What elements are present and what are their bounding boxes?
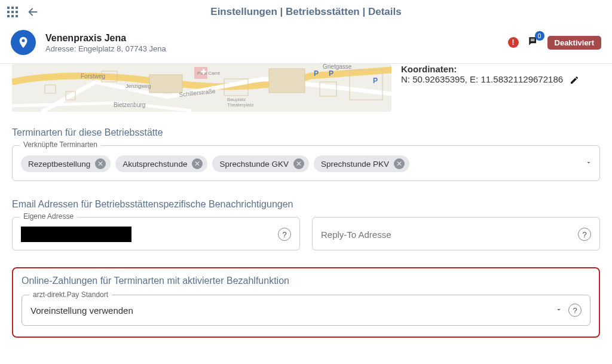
- coordinates-value: N: 50.92635395, E: 11.58321129672186: [401, 74, 563, 84]
- location-header: Venenpraxis Jena Adresse: Engelplatz 8, …: [0, 24, 612, 64]
- chip-rezeptbestellung[interactable]: Rezeptbestellung✕: [21, 155, 111, 172]
- help-icon[interactable]: ?: [578, 228, 591, 241]
- chevron-down-icon[interactable]: [585, 158, 592, 169]
- svg-rect-15: [149, 75, 182, 93]
- breadcrumb: Einstellungen | Betriebsstätten | Detail…: [0, 6, 612, 18]
- notifications-button[interactable]: 0: [527, 35, 539, 50]
- svg-text:Bietzenburg: Bietzenburg: [114, 102, 145, 108]
- location-pin-icon: [11, 30, 36, 55]
- location-address: Adresse: Engelplatz 8, 07743 Jena: [45, 44, 166, 53]
- svg-text:P: P: [314, 69, 319, 78]
- topbar: Einstellungen | Betriebsstätten | Detail…: [0, 0, 612, 24]
- svg-text:Bauplatz: Bauplatz: [227, 97, 246, 102]
- edit-coordinates-icon[interactable]: [570, 75, 579, 85]
- content-scroll[interactable]: Forstweg Jenzigweg Bietzenburg Schillers…: [0, 64, 612, 359]
- svg-rect-10: [530, 40, 534, 41]
- reply-to-input[interactable]: [321, 230, 578, 240]
- chips-row: Rezeptbestellung✕ Akutsprechstunde✕ Spre…: [21, 155, 578, 172]
- svg-text:Jenzigweg: Jenzigweg: [126, 83, 151, 89]
- pay-location-value: Voreinstellung verwenden: [30, 305, 555, 316]
- chevron-down-icon[interactable]: [555, 305, 562, 316]
- linked-appointment-types-label: Verknüpfte Terminarten: [20, 140, 101, 149]
- chip-sprechstunde-gkv[interactable]: Sprechstunde GKV✕: [212, 155, 309, 172]
- pay-location-select[interactable]: arzt-direkt.Pay Standort Voreinstellung …: [22, 295, 590, 326]
- svg-rect-8: [16, 15, 18, 17]
- back-arrow-icon[interactable]: [26, 5, 39, 19]
- reply-to-field[interactable]: ?: [312, 217, 600, 250]
- chip-remove-icon[interactable]: ✕: [394, 158, 405, 169]
- svg-text:Theaterplatz: Theaterplatz: [227, 102, 253, 108]
- chip-remove-icon[interactable]: ✕: [192, 158, 203, 169]
- svg-text:P: P: [373, 77, 378, 85]
- payments-heading: Online-Zahlungen für Terminarten mit akt…: [22, 276, 590, 286]
- svg-rect-7: [11, 15, 14, 17]
- chip-remove-icon[interactable]: ✕: [293, 158, 304, 169]
- emails-heading: Email Adressen für Betriebsstättenspezif…: [12, 199, 600, 210]
- own-email-label: Eigene Adresse: [20, 212, 77, 221]
- warning-badge-icon[interactable]: !: [508, 37, 519, 48]
- svg-rect-5: [16, 11, 18, 13]
- svg-rect-18: [269, 69, 305, 93]
- coordinates-block: Koordinaten: N: 50.92635395, E: 11.58321…: [401, 64, 579, 112]
- location-name: Venenpraxis Jena: [45, 32, 166, 44]
- svg-text:P: P: [329, 69, 333, 78]
- svg-rect-0: [7, 7, 10, 9]
- map-preview[interactable]: Forstweg Jenzigweg Bietzenburg Schillers…: [12, 64, 391, 112]
- apps-grid-icon[interactable]: [7, 7, 18, 17]
- status-badge: Deaktiviert: [547, 36, 601, 50]
- help-icon[interactable]: ?: [568, 304, 582, 317]
- svg-rect-9: [530, 39, 534, 39]
- svg-rect-6: [7, 15, 10, 17]
- svg-text:Forstweg: Forstweg: [81, 73, 105, 79]
- svg-rect-4: [11, 11, 14, 13]
- pay-location-label: arzt-direkt.Pay Standort: [29, 290, 112, 299]
- own-email-field[interactable]: Eigene Adresse ?: [12, 217, 300, 250]
- own-email-input[interactable]: [21, 227, 131, 242]
- svg-text:✚: ✚: [201, 68, 206, 75]
- chip-sprechstunde-pkv[interactable]: Sprechstunde PKV✕: [314, 155, 409, 172]
- payments-highlight-frame: Online-Zahlungen für Terminarten mit akt…: [12, 267, 600, 338]
- chip-remove-icon[interactable]: ✕: [95, 158, 106, 169]
- help-icon[interactable]: ?: [278, 228, 291, 241]
- svg-rect-3: [7, 11, 10, 13]
- svg-rect-1: [11, 7, 14, 9]
- linked-appointment-types-field[interactable]: Verknüpfte Terminarten Rezeptbestellung✕…: [12, 145, 600, 181]
- svg-text:Grietgasse: Grietgasse: [323, 64, 352, 70]
- chip-akutsprechstunde[interactable]: Akutsprechstunde✕: [115, 155, 207, 172]
- coordinates-label: Koordinaten:: [401, 64, 579, 74]
- svg-rect-2: [16, 7, 18, 9]
- notification-count: 0: [535, 31, 544, 41]
- terminarten-heading: Terminarten für diese Betriebsstätte: [12, 127, 600, 138]
